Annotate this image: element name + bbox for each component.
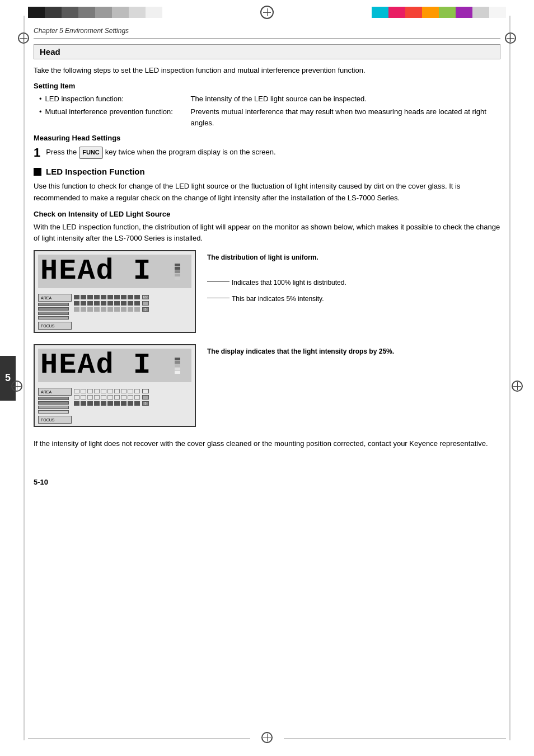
bar-ind2-4 bbox=[175, 368, 180, 370]
bce bbox=[81, 389, 86, 393]
bc bbox=[74, 295, 79, 299]
bc-light bbox=[114, 307, 120, 312]
head-display-text-1: HEAd I bbox=[40, 257, 152, 286]
setting-item-title: Setting Item bbox=[34, 82, 500, 90]
right-mid-crosshair bbox=[512, 381, 523, 393]
bc bbox=[128, 295, 133, 299]
bc bbox=[114, 401, 120, 406]
bc bbox=[114, 301, 120, 306]
bc bbox=[101, 401, 106, 406]
seg-c3 bbox=[405, 7, 422, 18]
display-2-annotations: The display indicates that the light int… bbox=[207, 344, 500, 355]
right-crosshair-marker bbox=[505, 32, 516, 45]
annotation-2-text: This bar indicates 5% intensity. bbox=[232, 294, 324, 304]
bc bbox=[81, 401, 86, 406]
bar-ind-4 bbox=[175, 274, 180, 276]
seg-b3 bbox=[62, 7, 78, 18]
bce bbox=[101, 389, 106, 393]
bottom-crosshair bbox=[261, 732, 273, 745]
bce bbox=[81, 395, 86, 400]
step-1-row: 1 Press the FUNC key twice when the prog… bbox=[34, 147, 500, 159]
bottom-panel-1: AREA FOCUS bbox=[35, 292, 195, 332]
header-crosshair bbox=[250, 6, 284, 19]
bce bbox=[101, 395, 106, 400]
bc bbox=[87, 401, 93, 406]
page-number: 5-10 bbox=[34, 478, 48, 486]
bc bbox=[134, 295, 140, 299]
bar-ind2-1 bbox=[175, 358, 180, 360]
bce bbox=[114, 395, 120, 400]
side-ind2-mid bbox=[142, 395, 149, 400]
crosshair-icon bbox=[260, 6, 274, 19]
list-item: • Mutual interference prevention functio… bbox=[39, 106, 500, 128]
item-label-1: LED inspection function: bbox=[45, 93, 191, 105]
bc-light bbox=[74, 307, 79, 312]
bce bbox=[128, 395, 133, 400]
mini-box-22 bbox=[38, 401, 69, 405]
bc-light bbox=[101, 307, 106, 312]
screen-bars-1 bbox=[175, 264, 180, 280]
item-desc-1: The intensity of the LED light source ca… bbox=[191, 93, 500, 105]
left-crosshair-icon bbox=[18, 32, 29, 44]
display-1-label: The distribution of light is uniform. bbox=[207, 253, 500, 261]
display-device-wrapper-2: HEAd I AREA bbox=[34, 344, 196, 427]
bc bbox=[94, 301, 100, 306]
settings-list: • LED inspection function: The intensity… bbox=[39, 93, 500, 129]
seg-b2 bbox=[45, 7, 62, 18]
led-inspection-title: LED Inspection Function bbox=[34, 167, 500, 176]
bce bbox=[87, 395, 93, 400]
bc bbox=[128, 401, 133, 406]
bar-ind2-5 bbox=[175, 371, 180, 374]
seg-b7 bbox=[129, 7, 146, 18]
bc bbox=[81, 295, 86, 299]
seg-b5 bbox=[95, 7, 112, 18]
display-device-wrapper-1: HEAd I bbox=[34, 250, 196, 333]
annotation-block-1: Indicates that 100% light is distributed… bbox=[207, 278, 500, 304]
ann-line-1 bbox=[207, 281, 229, 282]
bc-light bbox=[134, 307, 140, 312]
bc bbox=[114, 295, 120, 299]
led-inspection-body: Use this function to check for change of… bbox=[34, 181, 500, 204]
ctrl-box-area-2: AREA bbox=[38, 388, 72, 396]
closing-text: If the intensity of light does not recov… bbox=[34, 438, 500, 450]
bar-row-2a bbox=[74, 389, 191, 393]
check-intensity-title: Check on Intensity of LED Light Source bbox=[34, 210, 500, 218]
left-mid-crosshair bbox=[11, 381, 22, 393]
bc bbox=[74, 401, 79, 406]
bullet-icon: • bbox=[39, 106, 42, 128]
seg-b8 bbox=[146, 7, 162, 18]
bullet-icon: • bbox=[39, 93, 42, 105]
seg-b6 bbox=[112, 7, 129, 18]
bar-ind-1 bbox=[175, 264, 180, 266]
step-1-text: Press the FUNC key twice when the progra… bbox=[46, 147, 275, 159]
bce bbox=[114, 389, 120, 393]
bce bbox=[107, 395, 113, 400]
annotation-1: Indicates that 100% light is distributed… bbox=[207, 278, 500, 288]
display-screen-1: HEAd I bbox=[38, 255, 191, 288]
head-display-text-2: HEAd I bbox=[40, 351, 152, 380]
bce bbox=[74, 395, 79, 400]
ctrl-box-focus: FOCUS bbox=[38, 322, 72, 330]
measuring-head-title: Measuring Head Settings bbox=[34, 134, 500, 142]
bce bbox=[87, 389, 93, 393]
func-key: FUNC bbox=[79, 147, 103, 159]
seg-c8 bbox=[489, 7, 506, 18]
footer: 5-10 bbox=[0, 472, 534, 492]
bc-light bbox=[107, 307, 113, 312]
bc-light bbox=[121, 307, 127, 312]
bar-row-1c: 5 bbox=[74, 307, 191, 312]
screen-content-2: HEAd I bbox=[40, 351, 180, 380]
bc bbox=[128, 301, 133, 306]
middle-controls-1 bbox=[38, 303, 69, 320]
bc bbox=[107, 295, 113, 299]
check-intensity-body: With the LED inspection function, the di… bbox=[34, 222, 500, 245]
bar-row-2c: 5 bbox=[74, 401, 191, 406]
side-ind-mid bbox=[142, 301, 149, 306]
middle-controls-2 bbox=[38, 397, 69, 414]
list-item: • LED inspection function: The intensity… bbox=[39, 93, 500, 105]
bce bbox=[128, 389, 133, 393]
bar-row-1a: 100 bbox=[74, 295, 191, 299]
seg-c5 bbox=[439, 7, 456, 18]
bc bbox=[107, 401, 113, 406]
annotation-1-text: Indicates that 100% light is distributed… bbox=[232, 278, 346, 288]
